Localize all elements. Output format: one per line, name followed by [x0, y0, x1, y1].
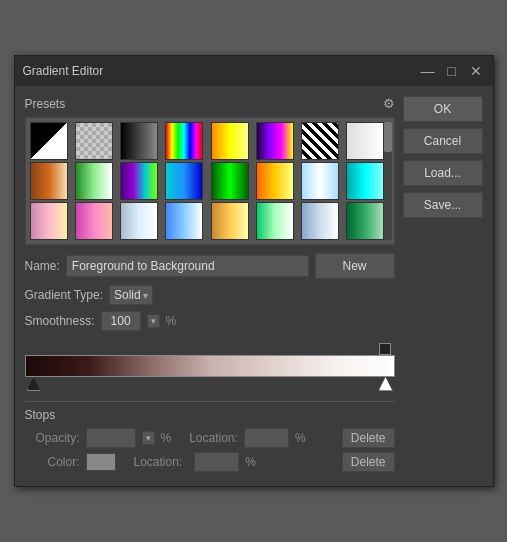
preset-swatch-6[interactable] — [256, 122, 294, 160]
opacity-unit: % — [161, 431, 172, 445]
main-content: Presets ⚙ — [15, 86, 493, 486]
gradient-editor-window: Gradient Editor — □ ✕ Presets ⚙ — [14, 55, 494, 487]
gradient-type-arrow: ▾ — [143, 290, 148, 301]
preset-swatch-22[interactable] — [256, 202, 294, 240]
preset-swatch-3[interactable] — [120, 122, 158, 160]
scrollbar-thumb — [384, 122, 392, 152]
titlebar: Gradient Editor — □ ✕ — [15, 56, 493, 86]
preset-swatch-9[interactable] — [30, 162, 68, 200]
preset-swatch-2[interactable] — [75, 122, 113, 160]
save-button[interactable]: Save... — [403, 192, 483, 218]
gradient-top-stops — [25, 341, 395, 355]
opacity-delete-button[interactable]: Delete — [342, 428, 395, 448]
color-location-label: Location: — [134, 455, 183, 469]
opacity-label: Opacity: — [25, 431, 80, 445]
ok-button[interactable]: OK — [403, 96, 483, 122]
preset-swatch-19[interactable] — [120, 202, 158, 240]
preset-swatch-10[interactable] — [75, 162, 113, 200]
preset-swatch-11[interactable] — [120, 162, 158, 200]
color-swatch[interactable] — [86, 453, 116, 471]
preset-swatch-17[interactable] — [30, 202, 68, 240]
color-location-unit: % — [245, 455, 256, 469]
gradient-type-label: Gradient Type: — [25, 288, 104, 302]
color-label: Color: — [25, 455, 80, 469]
preset-swatch-16[interactable] — [346, 162, 384, 200]
color-stop-row: Color: Location: % Delete — [25, 452, 395, 472]
preset-swatch-23[interactable] — [301, 202, 339, 240]
opacity-location-unit: % — [295, 431, 306, 445]
color-delete-button[interactable]: Delete — [342, 452, 395, 472]
opacity-stop-row: Opacity: ▾ % Location: % Delete — [25, 428, 395, 448]
opacity-input[interactable] — [86, 428, 136, 448]
preset-swatch-20[interactable] — [165, 202, 203, 240]
presets-label: Presets — [25, 97, 66, 111]
preset-swatch-14[interactable] — [256, 162, 294, 200]
preset-swatch-4[interactable] — [165, 122, 203, 160]
gradient-bottom-stops — [25, 377, 395, 393]
presets-grid — [30, 122, 390, 240]
opacity-stepper[interactable]: ▾ — [142, 431, 155, 445]
smoothness-label: Smoothness: — [25, 314, 95, 328]
gradient-type-row: Gradient Type: Solid ▾ — [25, 285, 395, 305]
gradient-type-select[interactable]: Solid ▾ — [109, 285, 153, 305]
color-location-input[interactable] — [194, 452, 239, 472]
presets-section-label: Presets ⚙ — [25, 96, 395, 111]
stops-section: Stops Opacity: ▾ % Location: % Delete Co… — [25, 401, 395, 472]
left-panel: Presets ⚙ — [25, 96, 395, 476]
preset-swatch-13[interactable] — [211, 162, 249, 200]
window-title: Gradient Editor — [23, 64, 104, 78]
smoothness-input[interactable] — [101, 311, 141, 331]
presets-container — [25, 117, 395, 245]
preset-swatch-15[interactable] — [301, 162, 339, 200]
gradient-type-value: Solid — [114, 288, 141, 302]
opacity-location-input[interactable] — [244, 428, 289, 448]
preset-swatch-7[interactable] — [301, 122, 339, 160]
cancel-button[interactable]: Cancel — [403, 128, 483, 154]
gradient-bar-container — [25, 341, 395, 393]
preset-swatch-18[interactable] — [75, 202, 113, 240]
name-label: Name: — [25, 259, 60, 273]
color-stop-left[interactable] — [27, 377, 41, 391]
name-input[interactable] — [66, 255, 309, 277]
gradient-bar[interactable] — [25, 355, 395, 377]
opacity-location-label: Location: — [189, 431, 238, 445]
preset-swatch-12[interactable] — [165, 162, 203, 200]
new-button[interactable]: New — [315, 253, 395, 279]
minimize-button[interactable]: — — [419, 62, 437, 80]
preset-swatch-8[interactable] — [346, 122, 384, 160]
color-stop-right[interactable] — [379, 377, 393, 391]
presets-settings-icon[interactable]: ⚙ — [383, 96, 395, 111]
load-button[interactable]: Load... — [403, 160, 483, 186]
maximize-button[interactable]: □ — [443, 62, 461, 80]
preset-swatch-1[interactable] — [30, 122, 68, 160]
presets-scrollbar[interactable] — [384, 122, 392, 240]
right-panel: OK Cancel Load... Save... — [403, 96, 483, 476]
close-button[interactable]: ✕ — [467, 62, 485, 80]
preset-swatch-24[interactable] — [346, 202, 384, 240]
name-row: Name: New — [25, 253, 395, 279]
preset-swatch-5[interactable] — [211, 122, 249, 160]
smoothness-row: Smoothness: ▾ % — [25, 311, 395, 331]
top-stop-left[interactable] — [379, 343, 391, 355]
stops-label: Stops — [25, 408, 395, 422]
smoothness-unit: % — [166, 314, 177, 328]
smoothness-stepper[interactable]: ▾ — [147, 314, 160, 328]
window-controls: — □ ✕ — [419, 62, 485, 80]
preset-swatch-21[interactable] — [211, 202, 249, 240]
